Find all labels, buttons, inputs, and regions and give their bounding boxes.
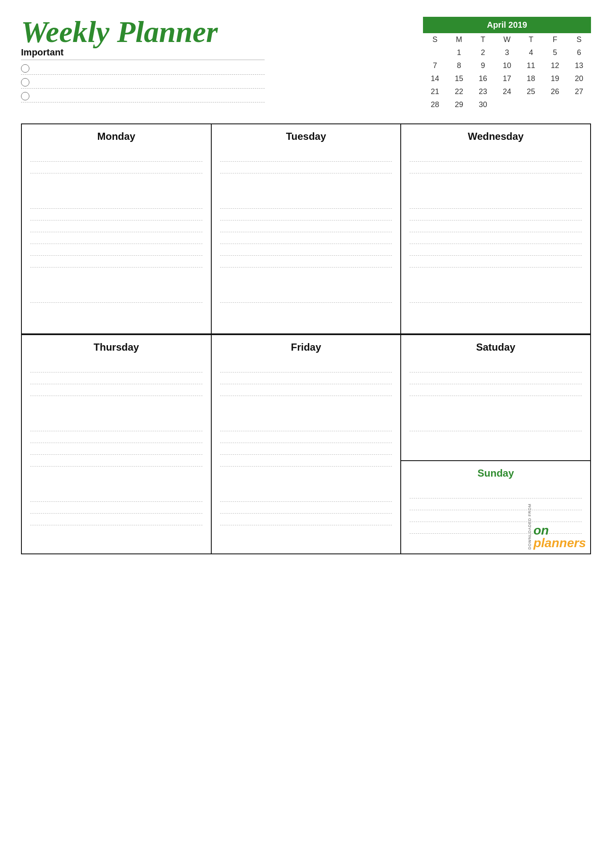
tuesday-header: Tuesday <box>220 131 392 142</box>
friday-line-3 <box>220 384 392 396</box>
cal-day-4-5 <box>543 98 567 111</box>
tuesday-lines <box>220 150 392 303</box>
thursday-line-4 <box>30 420 202 431</box>
tuesday-line-2 <box>220 162 392 173</box>
wednesday-line-5 <box>410 220 582 232</box>
tuesday-spacer-4 <box>220 279 392 291</box>
tuesday-line-4 <box>220 209 392 220</box>
saturday-header: Satuday <box>410 341 582 353</box>
calendar-header: April 2019 <box>423 17 591 33</box>
wednesday-spacer-1 <box>410 173 582 185</box>
saturday-sunday-cell: Satuday Sunday DOWNLOADED FROM <box>401 335 591 554</box>
thursday-spacer-1 <box>30 396 202 408</box>
monday-spacer-4 <box>30 279 202 291</box>
friday-cell: Friday <box>212 335 402 554</box>
friday-line-2 <box>220 372 392 384</box>
wednesday-header: Wednesday <box>410 131 582 142</box>
wednesday-spacer-3 <box>410 267 582 279</box>
thursday-line-2 <box>30 372 202 384</box>
monday-line-2 <box>30 162 202 173</box>
tuesday-line-7 <box>220 244 392 256</box>
cal-day-2-4: 18 <box>519 72 543 85</box>
circle-icon-2 <box>21 78 29 87</box>
monday-spacer-1 <box>30 173 202 185</box>
friday-spacer-2 <box>220 408 392 420</box>
cal-day-3-1: 22 <box>447 85 471 98</box>
cal-header-s1: S <box>423 33 447 46</box>
sunday-part: Sunday DOWNLOADED FROM on planners <box>401 461 590 553</box>
tuesday-line-6 <box>220 232 392 244</box>
friday-line-10 <box>220 514 392 525</box>
friday-spacer-1 <box>220 396 392 408</box>
monday-cell: Monday <box>22 124 212 334</box>
wednesday-line-4 <box>410 209 582 220</box>
cal-day-1-0: 7 <box>423 59 447 72</box>
cal-header-w: W <box>495 33 519 46</box>
wednesday-line-8 <box>410 256 582 267</box>
circle-icon-1 <box>21 64 29 73</box>
tuesday-line-1 <box>220 150 392 162</box>
cal-header-s2: S <box>567 33 591 46</box>
monday-line-3 <box>30 197 202 209</box>
cal-day-1-1: 8 <box>447 59 471 72</box>
important-item-2 <box>21 78 265 89</box>
monday-line-6 <box>30 232 202 244</box>
watermark-brand-planners: planners <box>533 537 586 549</box>
friday-line-7 <box>220 455 392 467</box>
cal-day-3-5: 26 <box>543 85 567 98</box>
saturday-line-3 <box>410 384 582 396</box>
thursday-cell: Thursday <box>22 335 212 554</box>
watermark: DOWNLOADED FROM on planners <box>528 503 586 550</box>
calendar-week-1: 123456 <box>423 46 591 59</box>
cal-day-3-4: 25 <box>519 85 543 98</box>
watermark-brand-on: on <box>533 524 549 537</box>
cal-day-1-3: 10 <box>495 59 519 72</box>
thursday-line-9 <box>30 502 202 514</box>
cal-day-4-0: 28 <box>423 98 447 111</box>
cal-day-1-2: 9 <box>471 59 495 72</box>
cal-day-4-3 <box>495 98 519 111</box>
cal-day-3-6: 27 <box>567 85 591 98</box>
thursday-lines <box>30 361 202 525</box>
calendar-week-5: 282930 <box>423 98 591 111</box>
watermark-downloaded: DOWNLOADED FROM <box>528 503 532 550</box>
sunday-header: Sunday <box>410 467 582 479</box>
cal-day-0-3: 3 <box>495 46 519 59</box>
cal-day-4-6 <box>567 98 591 111</box>
weekly-grid-top: Monday Tuesday <box>21 123 591 334</box>
cal-day-0-4: 4 <box>519 46 543 59</box>
thursday-line-1 <box>30 361 202 372</box>
cal-day-2-2: 16 <box>471 72 495 85</box>
important-section: Important <box>21 47 265 102</box>
friday-spacer-4 <box>220 478 392 490</box>
tuesday-line-9 <box>220 291 392 303</box>
tuesday-spacer-1 <box>220 173 392 185</box>
thursday-header: Thursday <box>30 341 202 353</box>
cal-day-0-2: 2 <box>471 46 495 59</box>
cal-day-2-3: 17 <box>495 72 519 85</box>
monday-line-9 <box>30 291 202 303</box>
cal-day-1-5: 12 <box>543 59 567 72</box>
thursday-line-7 <box>30 455 202 467</box>
wednesday-line-2 <box>410 162 582 173</box>
thursday-line-3 <box>30 384 202 396</box>
monday-line-5 <box>30 220 202 232</box>
thursday-line-6 <box>30 443 202 455</box>
tuesday-spacer-2 <box>220 185 392 197</box>
monday-spacer-3 <box>30 267 202 279</box>
calendar-day-headers: S M T W T F S <box>423 33 591 46</box>
weekly-grid-bottom: Thursday Friday <box>21 334 591 554</box>
cal-day-2-5: 19 <box>543 72 567 85</box>
cal-header-m: M <box>447 33 471 46</box>
important-label: Important <box>21 47 265 60</box>
cal-day-4-4 <box>519 98 543 111</box>
cal-day-0-6: 6 <box>567 46 591 59</box>
friday-line-8 <box>220 490 392 502</box>
circle-icon-3 <box>21 92 29 100</box>
cal-day-3-3: 24 <box>495 85 519 98</box>
thursday-spacer-3 <box>30 467 202 478</box>
cal-day-4-2: 30 <box>471 98 495 111</box>
cal-day-0-1: 1 <box>447 46 471 59</box>
calendar-week-2: 78910111213 <box>423 59 591 72</box>
wednesday-spacer-2 <box>410 185 582 197</box>
